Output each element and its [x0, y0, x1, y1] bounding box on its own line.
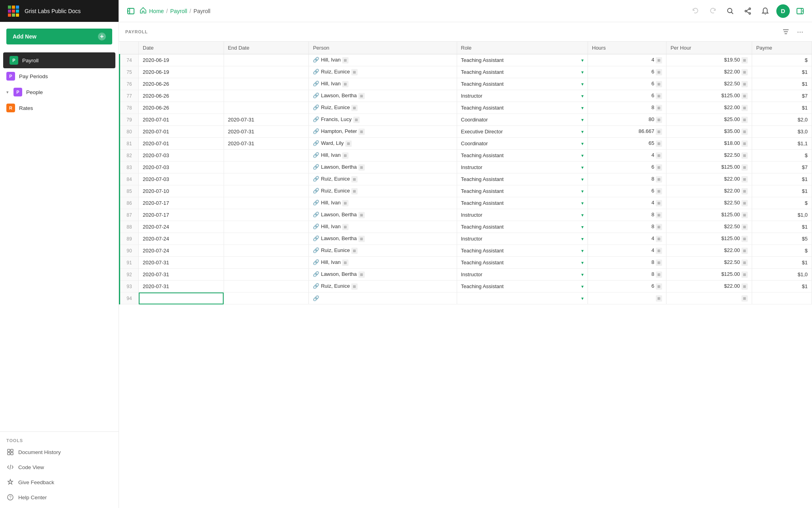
- code-view-item[interactable]: Code View: [0, 460, 119, 475]
- cell-person[interactable]: 🔗Francis, Lucy⊞: [309, 114, 457, 126]
- cell-payment[interactable]: [752, 292, 812, 304]
- cell-role[interactable]: Instructor▾: [457, 90, 588, 102]
- cell-payment[interactable]: $1: [752, 102, 812, 114]
- cell-role[interactable]: Instructor▾: [457, 269, 588, 281]
- role-dropdown-icon[interactable]: ▾: [581, 153, 584, 158]
- cell-payment[interactable]: $1: [752, 173, 812, 185]
- table-row[interactable]: 792020-07-012020-07-31🔗Francis, Lucy⊞Coo…: [120, 114, 812, 126]
- cell-end-date[interactable]: [224, 257, 309, 269]
- table-row[interactable]: 822020-07-03🔗Hill, Ivan⊞Teaching Assista…: [120, 150, 812, 162]
- per-hour-expand-icon[interactable]: ⊞: [741, 212, 748, 218]
- cell-payment[interactable]: $7: [752, 90, 812, 102]
- person-expand-icon[interactable]: ⊞: [358, 236, 365, 242]
- cell-role[interactable]: Instructor▾: [457, 209, 588, 221]
- per-hour-expand-icon[interactable]: ⊞: [741, 295, 748, 302]
- per-hour-expand-icon[interactable]: ⊞: [741, 152, 748, 159]
- role-dropdown-icon[interactable]: ▾: [581, 296, 584, 301]
- person-expand-icon[interactable]: ⊞: [342, 260, 349, 266]
- cell-end-date[interactable]: [224, 102, 309, 114]
- cell-role[interactable]: Teaching Assistant▾: [457, 257, 588, 269]
- table-row[interactable]: 872020-07-17🔗Lawson, Bertha⊞Instructor▾8…: [120, 209, 812, 221]
- cell-end-date[interactable]: 2020-07-31: [224, 138, 309, 150]
- search-button[interactable]: [724, 5, 737, 17]
- role-dropdown-icon[interactable]: ▾: [581, 81, 584, 87]
- hours-expand-icon[interactable]: ⊞: [656, 57, 662, 64]
- cell-role[interactable]: Teaching Assistant▾: [457, 150, 588, 162]
- cell-payment[interactable]: $1: [752, 221, 812, 233]
- cell-date[interactable]: 2020-07-24: [139, 233, 224, 245]
- cell-per-hour[interactable]: $22.50⊞: [666, 78, 752, 90]
- redo-button[interactable]: [707, 5, 719, 17]
- role-dropdown-icon[interactable]: ▾: [581, 189, 584, 194]
- per-hour-expand-icon[interactable]: ⊞: [741, 69, 748, 75]
- cell-end-date[interactable]: [224, 173, 309, 185]
- per-hour-expand-icon[interactable]: ⊞: [741, 271, 748, 278]
- hours-expand-icon[interactable]: ⊞: [656, 212, 662, 218]
- cell-end-date[interactable]: [224, 78, 309, 90]
- cell-payment[interactable]: $: [752, 245, 812, 257]
- filter-sort-button[interactable]: [780, 26, 791, 37]
- cell-end-date[interactable]: [224, 281, 309, 292]
- cell-date[interactable]: 2020-07-03: [139, 150, 224, 162]
- table-row[interactable]: 852020-07-10🔗Ruiz, Eunice⊞Teaching Assis…: [120, 185, 812, 197]
- cell-payment[interactable]: $: [752, 150, 812, 162]
- cell-payment[interactable]: $1,0: [752, 269, 812, 281]
- hours-expand-icon[interactable]: ⊞: [656, 200, 662, 206]
- cell-per-hour[interactable]: $19.50⊞: [666, 54, 752, 66]
- per-hour-expand-icon[interactable]: ⊞: [741, 224, 748, 230]
- cell-person[interactable]: 🔗Ward, Lily⊞: [309, 138, 457, 150]
- hours-expand-icon[interactable]: ⊞: [656, 105, 662, 111]
- role-dropdown-icon[interactable]: ▾: [581, 129, 584, 135]
- cell-per-hour[interactable]: $25.00⊞: [666, 114, 752, 126]
- user-avatar[interactable]: D: [776, 4, 790, 18]
- cell-per-hour[interactable]: $125.00⊞: [666, 90, 752, 102]
- notifications-button[interactable]: [759, 5, 772, 17]
- cell-person[interactable]: 🔗Lawson, Bertha⊞: [309, 162, 457, 173]
- col-person[interactable]: Person: [309, 42, 457, 54]
- cell-date[interactable]: [139, 292, 224, 304]
- per-hour-expand-icon[interactable]: ⊞: [741, 248, 748, 254]
- cell-per-hour[interactable]: $125.00⊞: [666, 209, 752, 221]
- table-row[interactable]: 94🔗▾⊞⊞: [120, 292, 812, 304]
- cell-date[interactable]: 2020-07-24: [139, 221, 224, 233]
- hours-expand-icon[interactable]: ⊞: [656, 188, 662, 194]
- cell-hours[interactable]: 6⊞: [588, 66, 666, 78]
- cell-end-date[interactable]: 2020-07-31: [224, 114, 309, 126]
- cell-end-date[interactable]: [224, 162, 309, 173]
- col-hours[interactable]: Hours: [588, 42, 666, 54]
- role-dropdown-icon[interactable]: ▾: [581, 117, 584, 123]
- person-expand-icon[interactable]: ⊞: [358, 164, 365, 171]
- cell-date[interactable]: 2020-06-26: [139, 102, 224, 114]
- cell-hours[interactable]: 6⊞: [588, 162, 666, 173]
- cell-date[interactable]: 2020-07-03: [139, 173, 224, 185]
- sidebar-item-rates[interactable]: R Rates: [0, 100, 119, 116]
- cell-hours[interactable]: 80⊞: [588, 114, 666, 126]
- role-dropdown-icon[interactable]: ▾: [581, 165, 584, 170]
- cell-date[interactable]: 2020-07-03: [139, 162, 224, 173]
- breadcrumb-payroll-link[interactable]: Payroll: [170, 8, 187, 14]
- sidebar-item-pay-periods[interactable]: P Pay Periods: [0, 68, 119, 84]
- cell-end-date[interactable]: [224, 197, 309, 209]
- person-expand-icon[interactable]: ⊞: [358, 212, 365, 218]
- cell-payment[interactable]: $2,0: [752, 114, 812, 126]
- cell-role[interactable]: Teaching Assistant▾: [457, 173, 588, 185]
- cell-per-hour[interactable]: $125.00⊞: [666, 269, 752, 281]
- table-row[interactable]: 842020-07-03🔗Ruiz, Eunice⊞Teaching Assis…: [120, 173, 812, 185]
- cell-date[interactable]: 2020-07-10: [139, 185, 224, 197]
- col-end-date[interactable]: End Date: [224, 42, 309, 54]
- hours-expand-icon[interactable]: ⊞: [656, 129, 662, 135]
- cell-end-date[interactable]: [224, 221, 309, 233]
- cell-hours[interactable]: 8⊞: [588, 221, 666, 233]
- hours-expand-icon[interactable]: ⊞: [656, 140, 662, 147]
- cell-person[interactable]: 🔗: [309, 292, 457, 304]
- col-role[interactable]: Role: [457, 42, 588, 54]
- cell-person[interactable]: 🔗Hill, Ivan⊞: [309, 54, 457, 66]
- cell-date[interactable]: 2020-07-01: [139, 114, 224, 126]
- person-expand-icon[interactable]: ⊞: [342, 152, 349, 159]
- hours-expand-icon[interactable]: ⊞: [656, 152, 662, 159]
- cell-hours[interactable]: 65⊞: [588, 138, 666, 150]
- cell-person[interactable]: 🔗Hill, Ivan⊞: [309, 221, 457, 233]
- cell-date[interactable]: 2020-07-17: [139, 197, 224, 209]
- cell-role[interactable]: Teaching Assistant▾: [457, 102, 588, 114]
- cell-person[interactable]: 🔗Hampton, Peter⊞: [309, 126, 457, 138]
